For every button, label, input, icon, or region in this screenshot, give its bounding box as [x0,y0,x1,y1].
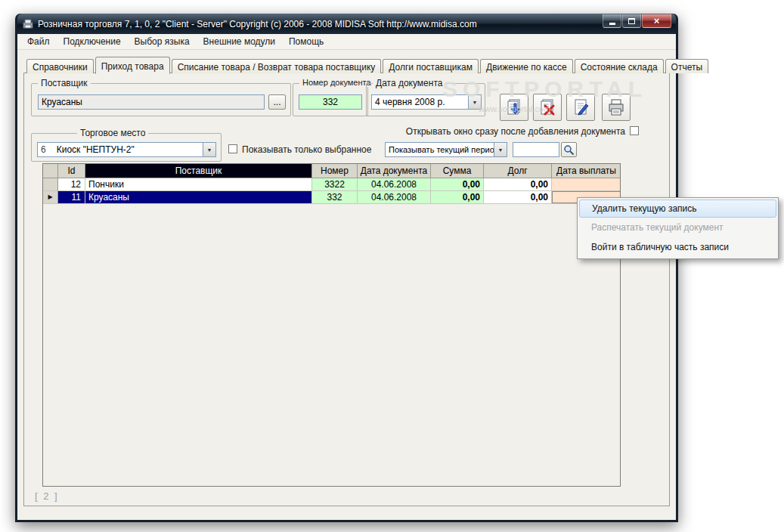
titlebar: Розничная торговля 7, 1, 0, 2 "Client - … [17,14,676,34]
menu-external-modules[interactable]: Внешние модули [197,34,282,49]
doc-number-input[interactable] [299,94,362,110]
doc-number-group: Номер документа [293,83,368,116]
doc-date-picker[interactable]: 4 червня 2008 р. ▼ [371,94,482,110]
tab-dolgi-postavshchikam[interactable]: Долги поставщикам [383,59,479,73]
context-menu-item-enter-table-part[interactable]: Войти в табличную часть записи [579,237,776,257]
maximize-icon [628,18,635,24]
col-doc-date[interactable]: Дата документа [358,164,431,178]
table-row-selected[interactable]: ▶ 11 Круасаны 332 04.06.2008 0,00 0,00 [43,191,620,204]
caption-buttons: × [603,14,671,28]
col-sum[interactable]: Сумма [431,164,484,178]
cell-supplier[interactable]: Круасаны [85,191,312,204]
doc-number-group-label: Номер документа [299,78,374,87]
table-row[interactable]: 12 Пончики 3322 04.06.2008 0,00 0,00 [43,178,620,191]
context-menu-item-print-document[interactable]: Распечатать текущий документ [579,218,776,237]
cell-doc-date[interactable]: 04.06.2008 [358,191,431,204]
trade-place-value: 6Киоск "НЕПТУН-2" [38,144,203,155]
menu-connection[interactable]: Подключение [57,34,128,49]
cell-sum[interactable]: 0,00 [431,178,484,191]
doc-date-value: 4 червня 2008 р. [372,97,468,107]
window-body: Файл Подключение Выбор языка Внешние мод… [17,34,676,520]
cell-number[interactable]: 332 [312,191,358,204]
cell-sum[interactable]: 0,00 [431,191,484,204]
tabpage-prihod-tovara: Поставщик ... Номер документа Дата докум… [23,73,670,506]
trade-place-id: 6 [41,144,46,155]
supplier-input[interactable] [38,94,265,110]
trade-place-name: Киоск "НЕПТУН-2" [57,144,135,155]
col-id[interactable]: Id [58,164,85,178]
open-after-add-label: Открывать окно сразу после добавления до… [380,126,625,137]
open-after-add-checkbox[interactable] [630,126,639,135]
post-document-icon [504,97,524,117]
col-payout-date[interactable]: Дата выплаты [552,164,621,178]
row-pointer-icon: ▶ [43,191,58,204]
cell-id[interactable]: 12 [58,178,85,191]
delete-document-button[interactable] [533,94,562,121]
app-window: Розничная торговля 7, 1, 0, 2 "Client - … [15,14,678,522]
doc-date-dropdown-button[interactable]: ▼ [468,95,481,109]
supplier-browse-button[interactable]: ... [268,94,286,110]
search-icon [563,144,575,156]
trade-place-dropdown-button[interactable]: ▼ [203,143,215,156]
print-document-button[interactable] [602,94,631,121]
delete-document-icon [538,97,557,117]
tab-sostoyanie-sklada[interactable]: Состояние склада [575,59,664,73]
close-button[interactable]: × [642,14,671,28]
menu-language[interactable]: Выбор языка [128,34,197,49]
post-document-button[interactable] [500,94,528,121]
chevron-down-icon: ▼ [498,147,504,153]
col-debt[interactable]: Долг [484,164,552,178]
window-title: Розничная торговля 7, 1, 0, 2 "Client - … [38,19,603,29]
app-icon [22,18,34,30]
show-only-selected-checkbox[interactable] [228,144,237,153]
chevron-down-icon: ▼ [473,100,478,105]
tab-prihod-tovara[interactable]: Приход товара [95,57,170,74]
minimize-icon [609,23,615,25]
trade-place-group: Торговое место 6Киоск "НЕПТУН-2" ▼ [31,133,222,162]
close-icon: × [654,16,660,26]
supplier-group: Поставщик ... [31,83,291,116]
cell-supplier[interactable]: Пончики [85,178,312,191]
row-context-menu: Удалить текущую запись Распечатать текущ… [577,197,779,259]
record-count: [ 2 ] [35,490,59,502]
cell-doc-date[interactable]: 04.06.2008 [358,178,431,191]
cell-id[interactable]: 11 [58,191,85,204]
col-number[interactable]: Номер [312,164,358,178]
edit-document-icon [571,97,590,117]
chevron-down-icon: ▼ [207,147,212,153]
edit-document-button[interactable] [566,94,595,121]
context-menu-item-delete-record[interactable]: Удалить текущую запись [579,200,776,218]
screen: Розничная торговля 7, 1, 0, 2 "Client - … [0,0,784,532]
trade-place-group-label: Торговое место [77,128,148,138]
col-supplier[interactable]: Поставщик [85,164,312,178]
search-button[interactable] [561,142,577,157]
cell-debt[interactable]: 0,00 [484,178,552,191]
trade-place-combo[interactable]: 6Киоск "НЕПТУН-2" ▼ [37,142,216,157]
documents-grid: Id Поставщик Номер Дата документа Сумма … [42,163,621,487]
tabstrip: Справочники Приход товара Списание товар… [26,57,710,73]
tab-spravochniki[interactable]: Справочники [26,59,94,73]
menu-file[interactable]: Файл [20,34,57,49]
col-indicator [43,164,58,178]
printer-icon [606,97,626,117]
tab-spisanie-tovara[interactable]: Списание товара / Возврат товара поставщ… [172,59,382,73]
minimize-button[interactable] [603,14,621,28]
menubar: Файл Подключение Выбор языка Внешние мод… [17,34,676,50]
tab-dvizhenie-po-kasse[interactable]: Движение по кассе [480,59,573,73]
tab-otchety[interactable]: Отчеты [665,59,708,73]
period-filter-value: Показывать текущий период [386,145,494,154]
show-only-selected-label: Показывать только выбранное [242,144,371,155]
grid-header-row: Id Поставщик Номер Дата документа Сумма … [43,164,620,178]
row-indicator [43,178,58,191]
doc-date-group: Дата документа 4 червня 2008 р. ▼ [366,83,485,116]
doc-date-group-label: Дата документа [373,78,445,88]
supplier-group-label: Поставщик [38,78,91,88]
period-dropdown-button[interactable]: ▼ [494,143,507,156]
cell-payout-date[interactable] [552,178,621,191]
period-filter-combo[interactable]: Показывать текущий период ▼ [385,142,507,157]
cell-number[interactable]: 3322 [312,178,358,191]
cell-debt[interactable]: 0,00 [484,191,552,204]
search-input[interactable] [513,142,559,157]
menu-help[interactable]: Помощь [282,34,330,49]
maximize-button[interactable] [622,14,641,28]
